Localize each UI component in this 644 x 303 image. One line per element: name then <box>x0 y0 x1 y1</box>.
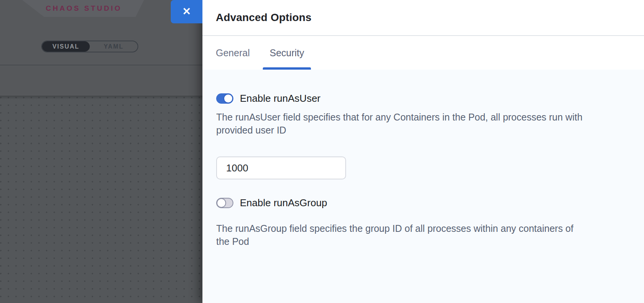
run-as-group-description: The runAsGroup field specifies the group… <box>216 222 583 248</box>
drawer-header: Advanced Options <box>202 0 644 36</box>
close-icon: ✕ <box>182 7 191 17</box>
run-as-user-input[interactable] <box>216 156 346 179</box>
drawer-title: Advanced Options <box>216 11 312 24</box>
run-as-group-toggle-label: Enable runAsGroup <box>240 197 327 209</box>
chaos-studio-screen: CHAOS STUDIO VISUAL YAML ✕ Advanced Opti… <box>0 0 644 303</box>
studio-toolbar-band <box>0 65 202 96</box>
tab-general[interactable]: General <box>216 36 250 70</box>
studio-title-ribbon: CHAOS STUDIO <box>22 0 144 17</box>
toggle-knob <box>217 198 226 208</box>
run-as-user-toggle-label: Enable runAsUser <box>240 93 320 104</box>
visual-tab-label: VISUAL <box>52 43 79 50</box>
drawer-tabs: General Security <box>202 36 644 70</box>
yaml-tab[interactable]: YAML <box>90 41 138 52</box>
run-as-group-toggle-row: Enable runAsGroup <box>216 198 607 208</box>
studio-title: CHAOS STUDIO <box>34 4 132 13</box>
run-as-group-toggle[interactable] <box>216 198 233 208</box>
view-mode-toggle[interactable]: VISUAL YAML <box>41 41 138 52</box>
advanced-options-drawer: Advanced Options General Security Enable… <box>202 0 644 303</box>
dimmed-studio-backdrop: CHAOS STUDIO VISUAL YAML <box>0 0 202 303</box>
tab-security[interactable]: Security <box>270 36 304 70</box>
run-as-user-toggle[interactable] <box>216 93 233 104</box>
visual-tab[interactable]: VISUAL <box>42 41 90 52</box>
toggle-knob <box>223 94 233 103</box>
yaml-tab-label: YAML <box>104 43 124 50</box>
experiment-canvas <box>0 96 202 303</box>
run-as-user-description: The runAsUser field specifies that for a… <box>216 111 583 137</box>
close-drawer-button[interactable]: ✕ <box>171 0 202 23</box>
run-as-user-toggle-row: Enable runAsUser <box>216 93 607 104</box>
security-tab-panel: Enable runAsUser The runAsUser field spe… <box>202 70 644 303</box>
